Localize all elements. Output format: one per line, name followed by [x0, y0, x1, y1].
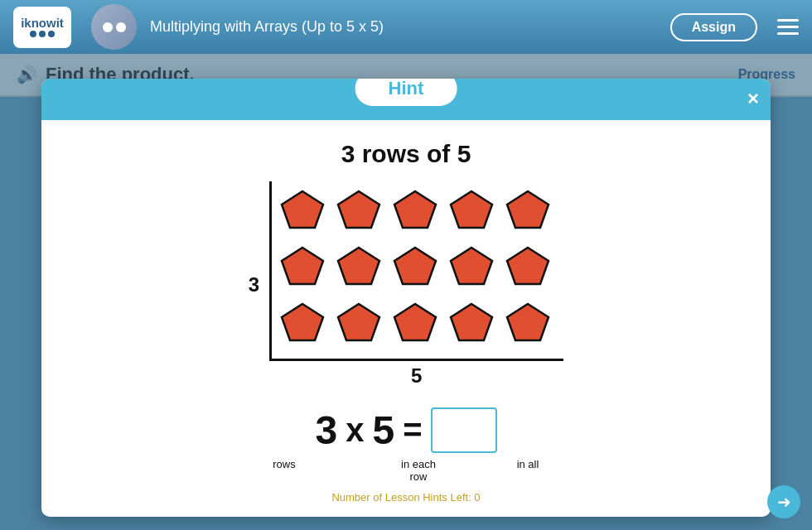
- eq-rows-number: 3: [315, 407, 337, 453]
- next-button[interactable]: ➜: [767, 485, 800, 518]
- lesson-title: Multiplying with Arrays (Up to 5 x 5): [150, 18, 657, 36]
- pentagon-1-1: [280, 188, 325, 233]
- svg-marker-6: [338, 248, 379, 284]
- hint-label: Hint: [389, 79, 424, 99]
- svg-marker-8: [451, 248, 492, 284]
- hint-footer: Number of Lesson Hints Left: 0: [331, 491, 480, 504]
- pentagon-1-3: [393, 188, 437, 233]
- svg-marker-12: [394, 304, 436, 340]
- pentagon-3-5: [505, 301, 550, 345]
- label-rows: rows: [259, 458, 309, 470]
- array-container: 3: [249, 181, 563, 388]
- eq-times-operator: x: [346, 412, 364, 449]
- eq-equals-operator: =: [403, 412, 422, 449]
- logo[interactable]: iknowit: [13, 7, 71, 48]
- svg-marker-2: [394, 191, 436, 228]
- svg-marker-13: [451, 304, 492, 340]
- pentagon-3-3: [393, 301, 437, 345]
- assign-button[interactable]: Assign: [670, 13, 757, 41]
- row-label: 3: [249, 273, 259, 296]
- pentagon-3-4: [449, 301, 494, 345]
- menu-button[interactable]: [777, 19, 799, 35]
- pentagon-2-4: [449, 244, 494, 289]
- pentagon-1-5: [505, 188, 550, 233]
- modal-body: 3 rows of 5 3: [41, 120, 771, 517]
- eq-cols-number: 5: [372, 407, 394, 453]
- header: iknowit Multiplying with Arrays (Up to 5…: [0, 0, 812, 54]
- svg-marker-5: [282, 248, 323, 284]
- array-grid-wrapper: 5: [269, 181, 563, 388]
- svg-marker-10: [282, 304, 323, 340]
- hint-modal: Hint × 3 rows of 5 3: [41, 79, 771, 517]
- pentagon-2-2: [336, 244, 381, 289]
- rows-title: 3 rows of 5: [341, 140, 471, 168]
- svg-marker-4: [507, 191, 549, 228]
- svg-marker-11: [338, 304, 379, 340]
- array-grid: [269, 181, 563, 361]
- pentagon-1-2: [336, 188, 381, 233]
- logo-icon-circle: [91, 4, 137, 50]
- hint-bubble: Hint: [353, 79, 460, 108]
- modal-header: Hint ×: [41, 79, 771, 120]
- pentagon-3-2: [336, 301, 381, 345]
- svg-marker-9: [507, 248, 549, 284]
- svg-marker-14: [507, 304, 549, 340]
- pentagon-3-1: [280, 301, 325, 345]
- svg-marker-0: [282, 191, 323, 228]
- answer-box[interactable]: [431, 407, 497, 453]
- equation-row: 3 x 5 =: [315, 407, 496, 453]
- pentagon-2-3: [393, 244, 437, 289]
- pentagon-2-1: [280, 244, 325, 289]
- logo-text: iknowit: [21, 17, 64, 29]
- svg-marker-7: [394, 248, 436, 284]
- pentagon-2-5: [505, 244, 550, 289]
- modal-overlay: Hint × 3 rows of 5 3: [0, 54, 812, 530]
- main-area: 🔊 Find the product. Progress Hint × 3 ro…: [0, 54, 812, 530]
- close-button[interactable]: ×: [747, 87, 759, 110]
- svg-marker-1: [338, 191, 379, 228]
- col-label: 5: [269, 364, 563, 388]
- pentagon-1-4: [449, 188, 494, 233]
- label-in-all: in all: [503, 458, 553, 470]
- svg-marker-3: [451, 191, 492, 228]
- label-each-row: in each row: [389, 458, 447, 483]
